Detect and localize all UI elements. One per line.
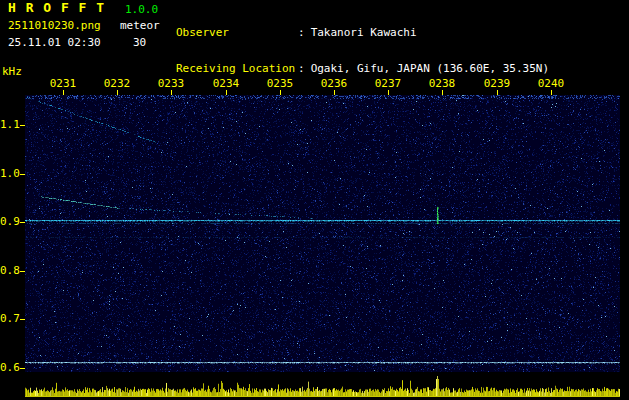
x-tick-mark [226,90,227,95]
x-tick-mark [551,90,552,95]
x-tick-mark [334,90,335,95]
info-colon: : [298,62,305,75]
x-tick-label: 0239 [481,78,513,90]
info-label: Observer [176,27,298,39]
x-tick-label: 0233 [155,78,187,90]
x-tick-mark [442,90,443,95]
x-tick-mark [63,90,64,95]
datetime-label: 25.11.01 02:30 [8,37,101,49]
x-tick-label: 0231 [47,78,79,90]
info-value: Ogaki, Gifu, JAPAN (136.60E, 35.35N) [311,62,549,75]
x-tick-mark [280,90,281,95]
y-tick-label: 0.7 [0,313,19,325]
info-row-observer: Observer:Takanori Kawachi [176,27,549,39]
duration-label: 30 [133,37,146,49]
app-version: 1.0.0 [125,4,158,16]
mode-label: meteor [120,20,160,32]
x-tick-label: 0240 [535,78,567,90]
output-filename: 2511010230.png [8,20,101,32]
x-tick-label: 0238 [426,78,458,90]
y-tick-label: 0.8 [0,265,19,277]
y-tick-mark [20,368,25,369]
info-colon: : [298,26,305,39]
x-tick-mark [388,90,389,95]
hrofft-window: H R O F F T 1.0.0 2511010230.png meteor … [0,0,629,400]
app-title: H R O F F T [8,2,105,14]
noise-strip-canvas [25,372,620,398]
info-row-receiving-location: Receiving Location:Ogaki, Gifu, JAPAN (1… [176,63,549,75]
x-tick-mark [497,90,498,95]
y-tick-label: 1.1 [0,119,19,131]
ylabel-khz: kHz [2,66,22,78]
y-tick-label: 0.9 [0,216,19,228]
info-label: Receiving Location [176,63,298,75]
x-tick-label: 0235 [264,78,296,90]
x-tick-label: 0236 [318,78,350,90]
info-value: Takanori Kawachi [311,26,417,39]
y-tick-mark [20,222,25,223]
y-tick-mark [20,125,25,126]
x-tick-label: 0234 [210,78,242,90]
y-tick-mark [20,319,25,320]
x-tick-label: 0237 [372,78,404,90]
y-tick-label: 1.0 [0,168,19,180]
x-tick-label: 0232 [101,78,133,90]
x-tick-mark [171,90,172,95]
x-tick-mark [117,90,118,95]
y-tick-mark [20,271,25,272]
y-tick-label: 0.6 [0,362,19,374]
y-tick-mark [20,174,25,175]
spectrogram-canvas [25,95,620,372]
